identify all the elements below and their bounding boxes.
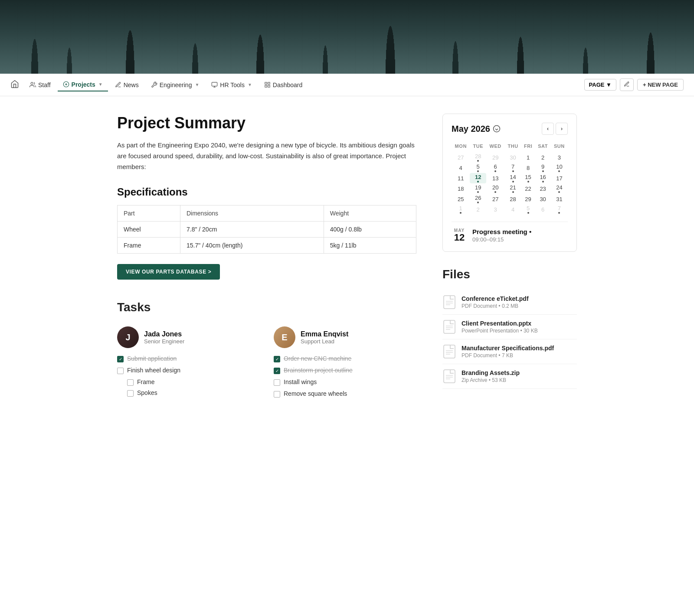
unchecked-checkbox[interactable] <box>274 379 280 386</box>
svg-rect-12 <box>444 296 455 309</box>
page-button[interactable]: PAGE ▼ <box>584 79 616 91</box>
svg-point-0 <box>31 82 33 85</box>
calendar-next-button[interactable]: › <box>556 123 568 135</box>
calendar-prev-button[interactable]: ‹ <box>542 123 554 135</box>
svg-rect-9 <box>268 85 270 87</box>
calendar-day[interactable]: 20 <box>486 183 504 194</box>
calendar-day[interactable]: 29 <box>486 152 504 163</box>
new-page-button[interactable]: + NEW PAGE <box>637 79 684 91</box>
nav-item-engineering[interactable]: Engineering ▼ <box>146 79 205 91</box>
list-item[interactable]: ✓Order new CNC machine <box>274 355 416 362</box>
nav-item-staff[interactable]: Staff <box>24 79 56 91</box>
calendar-day[interactable]: 23 <box>535 183 550 194</box>
list-item[interactable]: ✓Submit application <box>117 355 260 362</box>
calendar-day[interactable]: 15 <box>521 173 535 183</box>
calendar-day[interactable]: 4 <box>504 204 521 215</box>
checked-checkbox[interactable]: ✓ <box>117 356 124 362</box>
calendar-day[interactable]: 5 <box>470 163 486 173</box>
file-list: Conference eTicket.pdfPDF Document • 0.2… <box>442 290 577 389</box>
calendar-day[interactable]: 1 <box>521 152 535 163</box>
unchecked-checkbox[interactable] <box>127 390 134 397</box>
calendar-day[interactable]: 28 <box>504 194 521 204</box>
calendar-day[interactable]: 28 <box>470 152 486 163</box>
calendar-day[interactable]: 25 <box>452 194 470 204</box>
nav-item-dashboard[interactable]: Dashboard <box>259 79 308 91</box>
file-icon <box>442 294 456 310</box>
calendar-day[interactable]: 27 <box>452 152 470 163</box>
calendar-month-button[interactable]: May 2026 <box>452 124 501 134</box>
calendar-day[interactable]: 26 <box>470 194 486 204</box>
list-item[interactable]: Frame <box>127 378 260 386</box>
svg-point-11 <box>493 126 500 132</box>
task-label: Brainstorm project outline <box>284 367 353 374</box>
calendar-day[interactable]: 22 <box>521 183 535 194</box>
list-item[interactable]: Manufacturer Specifications.pdfPDF Docum… <box>442 339 577 364</box>
tasks-grid: JJada JonesSenior Engineer✓Submit applic… <box>117 326 416 402</box>
calendar-day[interactable]: 8 <box>521 163 535 173</box>
checked-checkbox[interactable]: ✓ <box>274 368 280 374</box>
file-name: Branding Assets.zip <box>462 369 520 376</box>
unchecked-checkbox[interactable] <box>274 391 280 398</box>
file-name: Manufacturer Specifications.pdf <box>462 345 554 352</box>
event-time: 09:00–09:15 <box>472 236 531 243</box>
calendar-widget: May 2026 ‹ › MONTUEWEDTHUFRISATSUN272829… <box>442 114 577 252</box>
unchecked-checkbox[interactable] <box>127 379 134 386</box>
list-item[interactable]: Install wings <box>274 378 416 386</box>
unchecked-checkbox[interactable] <box>117 368 124 374</box>
calendar-day[interactable]: 18 <box>452 183 470 194</box>
file-meta: PowerPoint Presentation • 30 KB <box>462 328 538 334</box>
list-item[interactable]: Conference eTicket.pdfPDF Document • 0.2… <box>442 290 577 315</box>
list-item[interactable]: Branding Assets.zipZip Archive • 53 KB <box>442 364 577 389</box>
svg-rect-7 <box>265 82 267 84</box>
svg-rect-16 <box>444 320 455 333</box>
calendar-day[interactable]: 6 <box>535 204 550 215</box>
nav-home-icon[interactable] <box>10 80 19 90</box>
calendar-day[interactable]: 12 <box>470 173 486 183</box>
list-item[interactable]: ✓Brainstorm project outline <box>274 367 416 374</box>
calendar-day[interactable]: 7 <box>504 163 521 173</box>
calendar-day[interactable]: 14 <box>504 173 521 183</box>
file-icon <box>442 344 456 359</box>
calendar-day[interactable]: 30 <box>504 152 521 163</box>
calendar-day[interactable]: 1 <box>452 204 470 215</box>
calendar-day[interactable]: 31 <box>551 194 568 204</box>
calendar-day[interactable]: 16 <box>535 173 550 183</box>
calendar-day[interactable]: 4 <box>452 163 470 173</box>
calendar-day[interactable]: 5 <box>521 204 535 215</box>
nav-item-hr-tools[interactable]: HR Tools ▼ <box>206 79 257 91</box>
list-item[interactable]: Remove square wheels <box>274 390 416 398</box>
task-column: JJada JonesSenior Engineer✓Submit applic… <box>117 326 260 402</box>
task-label: Spokes <box>137 389 157 396</box>
edit-button[interactable] <box>620 78 634 91</box>
calendar-day[interactable]: 2 <box>535 152 550 163</box>
svg-rect-10 <box>265 85 267 87</box>
calendar-day[interactable]: 21 <box>504 183 521 194</box>
list-item[interactable]: Client Presentation.pptxPowerPoint Prese… <box>442 315 577 339</box>
parts-database-button[interactable]: VIEW OUR PARTS DATABASE > <box>117 264 220 280</box>
calendar-day[interactable]: 27 <box>486 194 504 204</box>
calendar-day[interactable]: 13 <box>486 173 504 183</box>
calendar-event: MAY 12 Progress meeting • 09:00–09:15 <box>452 222 568 243</box>
calendar-day[interactable]: 24 <box>551 183 568 194</box>
calendar-day[interactable]: 11 <box>452 173 470 183</box>
checked-checkbox[interactable]: ✓ <box>274 356 280 362</box>
nav-item-news[interactable]: News <box>110 79 144 91</box>
page-title: Project Summary <box>117 114 416 132</box>
calendar-day[interactable]: 7 <box>551 204 568 215</box>
calendar-day[interactable]: 6 <box>486 163 504 173</box>
calendar-day[interactable]: 17 <box>551 173 568 183</box>
calendar-month-label: May 2026 <box>452 124 490 134</box>
task-column: EEmma EnqvistSupport Lead✓Order new CNC … <box>274 326 416 402</box>
calendar-day[interactable]: 3 <box>486 204 504 215</box>
calendar-day[interactable]: 3 <box>551 152 568 163</box>
calendar-day[interactable]: 30 <box>535 194 550 204</box>
calendar-day[interactable]: 9 <box>535 163 550 173</box>
calendar-day[interactable]: 29 <box>521 194 535 204</box>
nav-item-projects[interactable]: Projects ▼ <box>58 78 108 91</box>
list-item[interactable]: Spokes <box>127 389 260 397</box>
calendar-day[interactable]: 2 <box>470 204 486 215</box>
person-name: Jada Jones <box>144 330 184 338</box>
calendar-day[interactable]: 10 <box>551 163 568 173</box>
calendar-day[interactable]: 19 <box>470 183 486 194</box>
list-item[interactable]: Finish wheel design <box>117 367 260 374</box>
